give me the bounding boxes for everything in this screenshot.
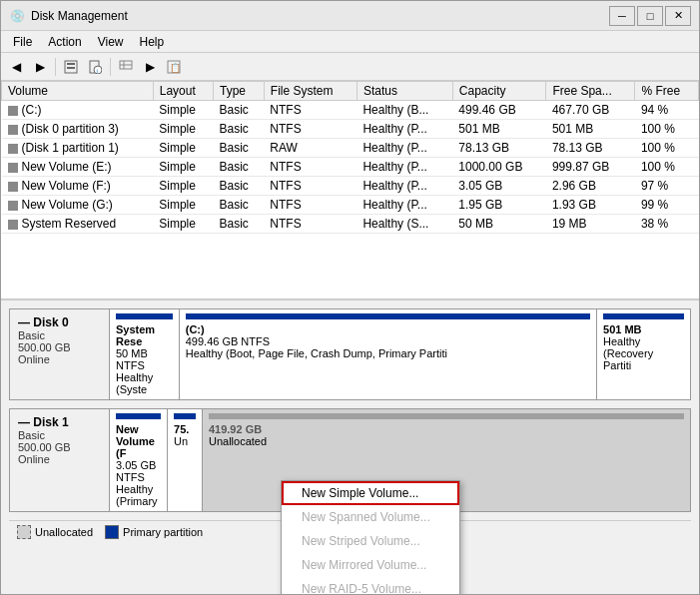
menu-view[interactable]: View	[90, 33, 132, 51]
main-window: 💿 Disk Management ─ □ ✕ File Action View…	[0, 0, 700, 595]
menu-file[interactable]: File	[5, 33, 40, 51]
forward-button[interactable]: ▶	[29, 56, 51, 78]
table-row[interactable]: (Disk 1 partition 1) Simple Basic RAW He…	[2, 139, 699, 158]
disk-1-size: 500.00 GB	[18, 441, 101, 453]
disk-graphic-area: — Disk 0 Basic 500.00 GB Online System R…	[1, 300, 699, 594]
disk-area-inner: — Disk 0 Basic 500.00 GB Online System R…	[9, 308, 691, 543]
col-fs[interactable]: File System	[264, 82, 356, 101]
toolbar-btn-7[interactable]: 📋	[163, 56, 185, 78]
legend-unalloc-label: Unallocated	[35, 526, 93, 538]
disk-0-part-sysreserved[interactable]: System Rese 50 MB NTFS Healthy (Syste	[110, 309, 180, 399]
legend-unalloc-box	[17, 525, 31, 539]
app-icon: 💿	[9, 8, 25, 24]
disk-1-status: Online	[18, 453, 101, 465]
legend-unallocated: Unallocated	[17, 525, 93, 539]
disk-1-label: — Disk 1 Basic 500.00 GB Online	[10, 409, 110, 511]
volume-table: Volume Layout Type File System Status Ca…	[1, 81, 699, 234]
menu-action[interactable]: Action	[40, 33, 89, 51]
ctx-new-raid5-volume: New RAID-5 Volume...	[282, 577, 459, 594]
disk-0-status: Online	[18, 353, 101, 365]
toolbar-btn-6[interactable]: ▶	[139, 56, 161, 78]
close-button[interactable]: ✕	[665, 6, 691, 26]
table-row[interactable]: (Disk 0 partition 3) Simple Basic NTFS H…	[2, 120, 699, 139]
toolbar-separator-1	[55, 58, 56, 76]
legend-primary: Primary partition	[105, 525, 203, 539]
menu-help[interactable]: Help	[132, 33, 173, 51]
table-row[interactable]: New Volume (F:) Simple Basic NTFS Health…	[2, 177, 699, 196]
disk-0-size: 500.00 GB	[18, 341, 101, 353]
col-pct[interactable]: % Free	[635, 82, 699, 101]
table-row[interactable]: New Volume (E:) Simple Basic NTFS Health…	[2, 158, 699, 177]
disk-1-part-newvolf[interactable]: New Volume (F 3.05 GB NTFS Healthy (Prim…	[110, 409, 168, 511]
svg-point-4	[94, 66, 102, 74]
toolbar-separator-2	[110, 58, 111, 76]
legend-primary-box	[105, 525, 119, 539]
disk-0-part-recovery[interactable]: 501 MB Healthy (Recovery Partiti	[597, 309, 690, 399]
table-row[interactable]: (C:) Simple Basic NTFS Healthy (B... 499…	[2, 101, 699, 120]
title-bar: 💿 Disk Management ─ □ ✕	[1, 1, 699, 31]
content-area: Volume Layout Type File System Status Ca…	[1, 81, 699, 594]
disk-1-name: — Disk 1	[18, 415, 101, 429]
svg-rect-2	[67, 67, 75, 69]
window-controls: ─ □ ✕	[609, 6, 691, 26]
col-capacity[interactable]: Capacity	[452, 82, 546, 101]
col-status[interactable]: Status	[356, 82, 452, 101]
svg-text:i: i	[97, 68, 98, 74]
window-title: Disk Management	[31, 9, 609, 23]
ctx-new-simple-volume[interactable]: New Simple Volume...	[282, 481, 459, 505]
col-volume[interactable]: Volume	[2, 82, 154, 101]
col-type[interactable]: Type	[214, 82, 265, 101]
disk-0-partitions: System Rese 50 MB NTFS Healthy (Syste (C…	[110, 309, 690, 399]
disk-1-type: Basic	[18, 429, 101, 441]
disk-0-row: — Disk 0 Basic 500.00 GB Online System R…	[9, 308, 691, 400]
disk-0-type: Basic	[18, 329, 101, 341]
ctx-new-spanned-volume: New Spanned Volume...	[282, 505, 459, 529]
maximize-button[interactable]: □	[637, 6, 663, 26]
col-layout[interactable]: Layout	[153, 82, 213, 101]
disk-0-part-c[interactable]: (C:) 499.46 GB NTFS Healthy (Boot, Page …	[180, 309, 597, 399]
toolbar-btn-3[interactable]	[60, 56, 82, 78]
ctx-new-striped-volume: New Striped Volume...	[282, 529, 459, 553]
volume-table-area[interactable]: Volume Layout Type File System Status Ca…	[1, 81, 699, 300]
toolbar-btn-5[interactable]	[115, 56, 137, 78]
toolbar: ◀ ▶ i ▶ 📋	[1, 53, 699, 81]
legend-primary-label: Primary partition	[123, 526, 203, 538]
disk-0-name: — Disk 0	[18, 315, 101, 329]
disk-1-part-small[interactable]: 75. Un	[168, 409, 203, 511]
minimize-button[interactable]: ─	[609, 6, 635, 26]
toolbar-btn-4[interactable]: i	[84, 56, 106, 78]
ctx-new-mirrored-volume: New Mirrored Volume...	[282, 553, 459, 577]
back-button[interactable]: ◀	[5, 56, 27, 78]
svg-text:📋: 📋	[170, 62, 181, 74]
menu-bar: File Action View Help	[1, 31, 699, 53]
col-free[interactable]: Free Spa...	[546, 82, 635, 101]
table-row[interactable]: New Volume (G:) Simple Basic NTFS Health…	[2, 196, 699, 215]
disk-0-label: — Disk 0 Basic 500.00 GB Online	[10, 309, 110, 399]
table-row[interactable]: System Reserved Simple Basic NTFS Health…	[2, 215, 699, 234]
svg-rect-1	[67, 63, 75, 65]
context-menu: New Simple Volume... New Spanned Volume.…	[281, 480, 460, 594]
